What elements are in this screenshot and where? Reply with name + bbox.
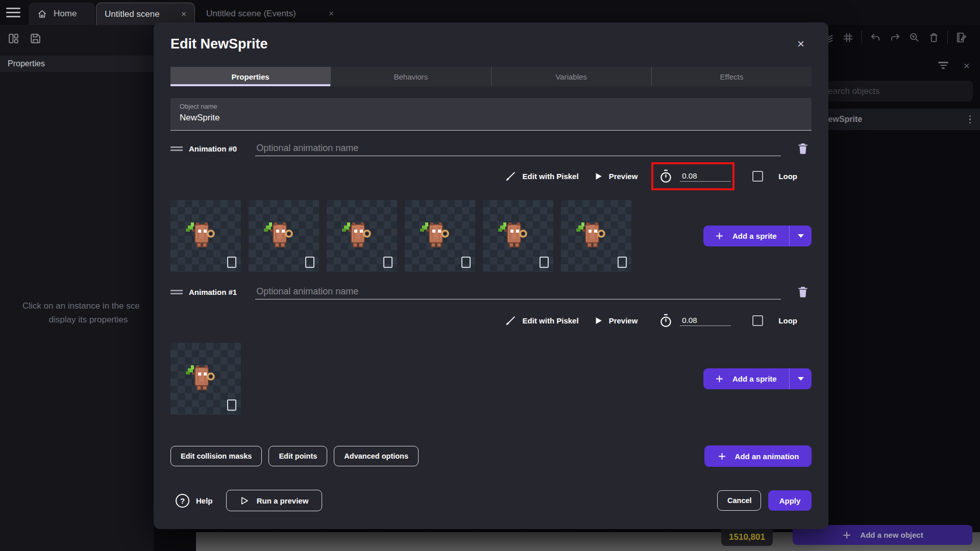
delete-animation-button[interactable]: [796, 142, 812, 155]
sprite-frame[interactable]: [561, 200, 631, 272]
pig-sprite-image: [575, 218, 608, 251]
edit-collision-masks-button[interactable]: Edit collision masks: [170, 446, 262, 466]
frame-checkbox[interactable]: [227, 399, 236, 411]
tab-scene-label: Untitled scene: [105, 9, 160, 19]
advanced-options-button[interactable]: Advanced options: [334, 446, 419, 466]
cancel-button[interactable]: Cancel: [717, 490, 761, 511]
tab-home-label: Home: [54, 9, 77, 19]
trash-icon: [796, 285, 810, 298]
tab-variables[interactable]: Variables: [491, 67, 651, 86]
frame-checkbox[interactable]: [227, 257, 236, 268]
animation-0-frames: Add a sprite: [170, 200, 812, 272]
edit-scene-properties-icon[interactable]: [955, 32, 967, 43]
pig-sprite-image: [263, 218, 296, 251]
frame-checkbox[interactable]: [540, 257, 549, 268]
frame-checkbox[interactable]: [305, 257, 314, 268]
add-sprite-button[interactable]: Add a sprite: [703, 226, 812, 246]
add-sprite-button[interactable]: Add a sprite: [703, 368, 812, 389]
time-between-frames-group: [659, 313, 731, 328]
help-button[interactable]: ? Help: [176, 494, 213, 508]
dialog-title: Edit NewSprite: [170, 36, 268, 52]
tab-close-icon[interactable]: ×: [329, 9, 334, 19]
dialog-close-icon[interactable]: ×: [794, 37, 808, 51]
time-between-frames-input[interactable]: [680, 315, 731, 326]
frame-checkbox[interactable]: [461, 257, 471, 268]
add-sprite-dropdown[interactable]: [790, 234, 812, 238]
drag-handle-icon[interactable]: [170, 146, 183, 151]
tab-close-icon[interactable]: ×: [181, 9, 186, 19]
delete-animation-button[interactable]: [796, 285, 812, 298]
animation-label: Animation #0: [189, 144, 237, 153]
chevron-down-icon: [798, 377, 804, 381]
object-name-input[interactable]: [180, 113, 802, 123]
save-icon[interactable]: [29, 32, 42, 45]
redo-icon[interactable]: [889, 32, 901, 43]
home-icon: [37, 9, 47, 19]
frame-checkbox[interactable]: [383, 257, 393, 268]
pig-sprite-image: [497, 218, 530, 251]
plus-icon: [717, 452, 727, 461]
sprite-frame[interactable]: [483, 200, 553, 272]
plus-icon: [715, 374, 724, 384]
properties-empty-message: display its properties: [22, 315, 154, 325]
preview-button[interactable]: Preview: [594, 172, 638, 181]
drag-handle-icon[interactable]: [170, 290, 183, 294]
animation-label: Animation #1: [189, 288, 237, 296]
sprite-frame[interactable]: [170, 343, 241, 415]
sprite-frame[interactable]: [170, 200, 241, 272]
animation-0-header: Animation #0: [170, 140, 812, 157]
layout-panels-icon[interactable]: [7, 32, 20, 45]
animation-name-input[interactable]: [255, 284, 781, 299]
edit-points-button[interactable]: Edit points: [268, 446, 327, 466]
trash-icon[interactable]: [928, 32, 940, 43]
brush-icon: [505, 170, 517, 182]
pig-sprite-image: [185, 218, 217, 251]
edit-with-piskel-button[interactable]: Edit with Piskel: [505, 170, 579, 182]
animation-1-frames: Add a sprite: [170, 343, 812, 415]
properties-panel-title: Properties: [0, 56, 154, 72]
loop-label: Loop: [778, 172, 797, 181]
tab-properties[interactable]: Properties: [170, 67, 330, 86]
animation-1-controls: Edit with Piskel Preview Loop: [170, 306, 812, 335]
object-name-field[interactable]: Object name: [170, 98, 812, 131]
kebab-menu-icon[interactable]: [969, 115, 971, 124]
loop-label: Loop: [778, 316, 797, 325]
tab-home[interactable]: Home: [29, 3, 95, 25]
apply-button[interactable]: Apply: [768, 490, 812, 511]
add-animation-button[interactable]: Add an animation: [704, 445, 812, 467]
time-between-frames-group: [659, 169, 731, 184]
tab-untitled-scene[interactable]: Untitled scene ×: [96, 3, 195, 25]
undo-icon[interactable]: [870, 32, 881, 43]
play-icon: [594, 172, 603, 181]
grid-icon[interactable]: [842, 32, 854, 43]
loop-checkbox[interactable]: [752, 171, 763, 182]
objects-panel-header-icons: ×: [938, 60, 970, 72]
play-icon: [594, 316, 603, 325]
trash-icon: [796, 142, 810, 155]
sprite-frame[interactable]: [249, 200, 319, 272]
brush-icon: [505, 315, 517, 327]
sprite-frame[interactable]: [405, 200, 475, 272]
zoom-in-icon[interactable]: [909, 32, 920, 43]
pig-sprite-image: [419, 218, 452, 251]
preview-button[interactable]: Preview: [594, 316, 638, 325]
sprite-frame[interactable]: [327, 200, 397, 272]
edit-with-piskel-button[interactable]: Edit with Piskel: [505, 315, 579, 327]
tab-effects[interactable]: Effects: [651, 67, 812, 86]
frame-checkbox[interactable]: [618, 257, 627, 268]
tab-untitled-scene-events[interactable]: Untitled scene (Events) ×: [198, 3, 342, 25]
close-panel-icon[interactable]: ×: [964, 60, 970, 72]
time-between-frames-input[interactable]: [680, 170, 731, 182]
filter-icon[interactable]: [938, 62, 948, 70]
plus-icon: [715, 231, 724, 241]
plus-icon: [842, 530, 852, 540]
tab-behaviors[interactable]: Behaviors: [330, 67, 491, 86]
dialog-tab-bar: Properties Behaviors Variables Effects: [170, 67, 812, 86]
add-sprite-dropdown[interactable]: [790, 377, 812, 381]
run-preview-button[interactable]: Run a preview: [226, 490, 322, 511]
properties-empty-message: Click on an instance in the sce: [22, 301, 140, 311]
animation-1-header: Animation #1: [170, 283, 812, 300]
animation-name-input[interactable]: [255, 141, 781, 156]
loop-checkbox[interactable]: [752, 315, 763, 326]
main-menu-icon[interactable]: [6, 8, 20, 17]
